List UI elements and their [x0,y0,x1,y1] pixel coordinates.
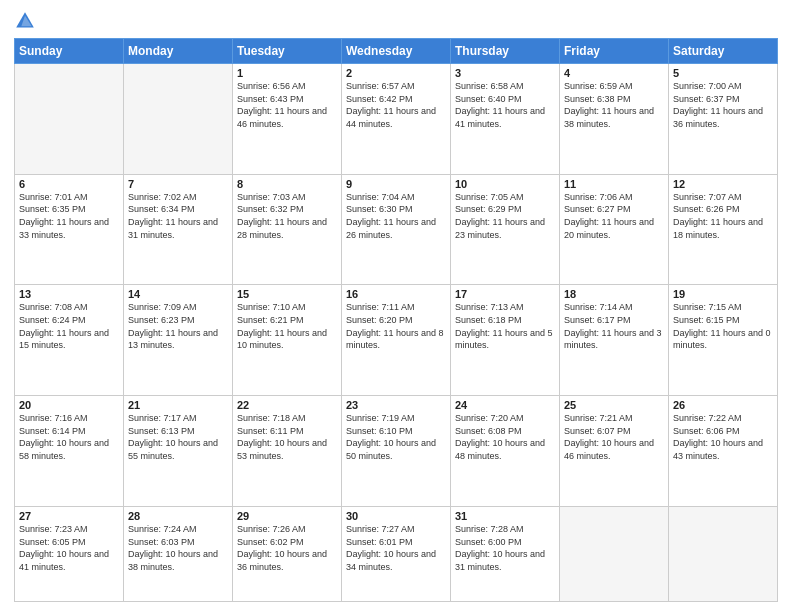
day-info: Sunrise: 7:20 AM Sunset: 6:08 PM Dayligh… [455,412,555,462]
day-info: Sunrise: 7:04 AM Sunset: 6:30 PM Dayligh… [346,191,446,241]
day-number: 13 [19,288,119,300]
day-info: Sunrise: 7:10 AM Sunset: 6:21 PM Dayligh… [237,301,337,351]
day-number: 2 [346,67,446,79]
day-number: 5 [673,67,773,79]
day-number: 7 [128,178,228,190]
day-number: 18 [564,288,664,300]
calendar-cell [124,64,233,175]
calendar-body: 1Sunrise: 6:56 AM Sunset: 6:43 PM Daylig… [15,64,778,602]
day-number: 1 [237,67,337,79]
day-number: 21 [128,399,228,411]
day-number: 14 [128,288,228,300]
day-number: 26 [673,399,773,411]
calendar-cell: 20Sunrise: 7:16 AM Sunset: 6:14 PM Dayli… [15,396,124,507]
calendar-cell: 28Sunrise: 7:24 AM Sunset: 6:03 PM Dayli… [124,506,233,601]
logo [14,10,38,32]
day-number: 28 [128,510,228,522]
day-number: 4 [564,67,664,79]
calendar-cell: 16Sunrise: 7:11 AM Sunset: 6:20 PM Dayli… [342,285,451,396]
day-number: 17 [455,288,555,300]
day-info: Sunrise: 7:08 AM Sunset: 6:24 PM Dayligh… [19,301,119,351]
calendar-cell: 11Sunrise: 7:06 AM Sunset: 6:27 PM Dayli… [560,174,669,285]
calendar-week-1: 1Sunrise: 6:56 AM Sunset: 6:43 PM Daylig… [15,64,778,175]
calendar-cell: 10Sunrise: 7:05 AM Sunset: 6:29 PM Dayli… [451,174,560,285]
day-info: Sunrise: 7:13 AM Sunset: 6:18 PM Dayligh… [455,301,555,351]
calendar-cell: 23Sunrise: 7:19 AM Sunset: 6:10 PM Dayli… [342,396,451,507]
day-info: Sunrise: 7:06 AM Sunset: 6:27 PM Dayligh… [564,191,664,241]
calendar-cell: 21Sunrise: 7:17 AM Sunset: 6:13 PM Dayli… [124,396,233,507]
weekday-header-wednesday: Wednesday [342,39,451,64]
day-number: 8 [237,178,337,190]
day-info: Sunrise: 7:07 AM Sunset: 6:26 PM Dayligh… [673,191,773,241]
day-number: 10 [455,178,555,190]
day-number: 3 [455,67,555,79]
calendar-header: SundayMondayTuesdayWednesdayThursdayFrid… [15,39,778,64]
day-info: Sunrise: 7:11 AM Sunset: 6:20 PM Dayligh… [346,301,446,351]
day-info: Sunrise: 7:00 AM Sunset: 6:37 PM Dayligh… [673,80,773,130]
day-number: 11 [564,178,664,190]
calendar-cell [669,506,778,601]
day-number: 20 [19,399,119,411]
calendar-cell: 2Sunrise: 6:57 AM Sunset: 6:42 PM Daylig… [342,64,451,175]
calendar-cell: 4Sunrise: 6:59 AM Sunset: 6:38 PM Daylig… [560,64,669,175]
weekday-header-sunday: Sunday [15,39,124,64]
calendar-cell: 27Sunrise: 7:23 AM Sunset: 6:05 PM Dayli… [15,506,124,601]
day-number: 31 [455,510,555,522]
calendar-cell: 5Sunrise: 7:00 AM Sunset: 6:37 PM Daylig… [669,64,778,175]
day-info: Sunrise: 6:59 AM Sunset: 6:38 PM Dayligh… [564,80,664,130]
day-number: 29 [237,510,337,522]
day-info: Sunrise: 7:27 AM Sunset: 6:01 PM Dayligh… [346,523,446,573]
calendar-cell: 31Sunrise: 7:28 AM Sunset: 6:00 PM Dayli… [451,506,560,601]
day-number: 25 [564,399,664,411]
day-number: 27 [19,510,119,522]
day-info: Sunrise: 6:57 AM Sunset: 6:42 PM Dayligh… [346,80,446,130]
day-info: Sunrise: 7:21 AM Sunset: 6:07 PM Dayligh… [564,412,664,462]
day-info: Sunrise: 7:24 AM Sunset: 6:03 PM Dayligh… [128,523,228,573]
day-info: Sunrise: 7:23 AM Sunset: 6:05 PM Dayligh… [19,523,119,573]
calendar-cell: 25Sunrise: 7:21 AM Sunset: 6:07 PM Dayli… [560,396,669,507]
calendar-week-4: 20Sunrise: 7:16 AM Sunset: 6:14 PM Dayli… [15,396,778,507]
day-info: Sunrise: 7:09 AM Sunset: 6:23 PM Dayligh… [128,301,228,351]
calendar-cell: 1Sunrise: 6:56 AM Sunset: 6:43 PM Daylig… [233,64,342,175]
calendar-cell: 26Sunrise: 7:22 AM Sunset: 6:06 PM Dayli… [669,396,778,507]
day-info: Sunrise: 7:22 AM Sunset: 6:06 PM Dayligh… [673,412,773,462]
calendar-cell: 14Sunrise: 7:09 AM Sunset: 6:23 PM Dayli… [124,285,233,396]
calendar-week-2: 6Sunrise: 7:01 AM Sunset: 6:35 PM Daylig… [15,174,778,285]
calendar-week-5: 27Sunrise: 7:23 AM Sunset: 6:05 PM Dayli… [15,506,778,601]
day-number: 19 [673,288,773,300]
header [14,10,778,32]
day-number: 9 [346,178,446,190]
day-info: Sunrise: 6:58 AM Sunset: 6:40 PM Dayligh… [455,80,555,130]
calendar-cell: 9Sunrise: 7:04 AM Sunset: 6:30 PM Daylig… [342,174,451,285]
day-number: 22 [237,399,337,411]
day-info: Sunrise: 7:16 AM Sunset: 6:14 PM Dayligh… [19,412,119,462]
calendar-cell: 3Sunrise: 6:58 AM Sunset: 6:40 PM Daylig… [451,64,560,175]
calendar: SundayMondayTuesdayWednesdayThursdayFrid… [14,38,778,602]
calendar-cell: 8Sunrise: 7:03 AM Sunset: 6:32 PM Daylig… [233,174,342,285]
calendar-cell: 17Sunrise: 7:13 AM Sunset: 6:18 PM Dayli… [451,285,560,396]
calendar-cell: 30Sunrise: 7:27 AM Sunset: 6:01 PM Dayli… [342,506,451,601]
weekday-header-tuesday: Tuesday [233,39,342,64]
day-info: Sunrise: 7:05 AM Sunset: 6:29 PM Dayligh… [455,191,555,241]
day-info: Sunrise: 7:17 AM Sunset: 6:13 PM Dayligh… [128,412,228,462]
weekday-header-saturday: Saturday [669,39,778,64]
day-info: Sunrise: 7:03 AM Sunset: 6:32 PM Dayligh… [237,191,337,241]
weekday-header-monday: Monday [124,39,233,64]
calendar-cell [15,64,124,175]
weekday-header-friday: Friday [560,39,669,64]
calendar-cell: 13Sunrise: 7:08 AM Sunset: 6:24 PM Dayli… [15,285,124,396]
day-info: Sunrise: 7:01 AM Sunset: 6:35 PM Dayligh… [19,191,119,241]
day-info: Sunrise: 6:56 AM Sunset: 6:43 PM Dayligh… [237,80,337,130]
calendar-cell: 7Sunrise: 7:02 AM Sunset: 6:34 PM Daylig… [124,174,233,285]
calendar-cell: 22Sunrise: 7:18 AM Sunset: 6:11 PM Dayli… [233,396,342,507]
day-info: Sunrise: 7:02 AM Sunset: 6:34 PM Dayligh… [128,191,228,241]
day-number: 30 [346,510,446,522]
day-info: Sunrise: 7:19 AM Sunset: 6:10 PM Dayligh… [346,412,446,462]
logo-icon [14,10,36,32]
calendar-cell: 12Sunrise: 7:07 AM Sunset: 6:26 PM Dayli… [669,174,778,285]
weekday-header-thursday: Thursday [451,39,560,64]
weekday-header-row: SundayMondayTuesdayWednesdayThursdayFrid… [15,39,778,64]
calendar-cell: 24Sunrise: 7:20 AM Sunset: 6:08 PM Dayli… [451,396,560,507]
day-number: 16 [346,288,446,300]
calendar-cell [560,506,669,601]
